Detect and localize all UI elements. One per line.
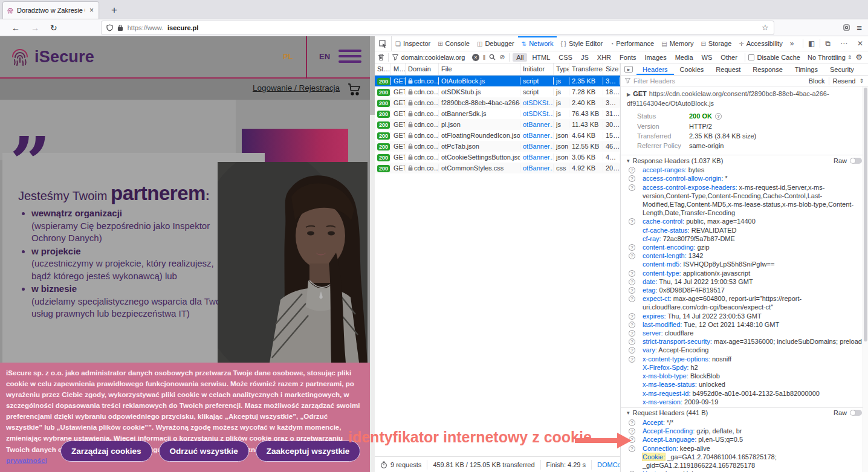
new-tab-button[interactable]: + — [105, 1, 123, 19]
type-filter-pill[interactable]: XHR — [594, 53, 615, 62]
page-scrollbar[interactable] — [370, 36, 375, 472]
network-request-row[interactable]: 200 GET cdn.co… otCommonStyles.css otBan… — [375, 163, 620, 173]
lang-en-button[interactable]: EN — [319, 52, 330, 61]
type-filter-pill[interactable]: JS — [577, 53, 592, 62]
type-filter-pill[interactable]: Images — [641, 53, 670, 62]
url-filter-input[interactable]: domain:cookielaw.org × — [392, 54, 479, 61]
network-settings-gear-icon[interactable]: ⚙ — [855, 53, 865, 62]
cart-icon[interactable] — [347, 82, 361, 96]
devtools-tab[interactable]: ⊟ Storage — [697, 36, 735, 51]
devtools-tab[interactable]: ⊞ Console — [434, 36, 473, 51]
login-register-link[interactable]: Logowanie / Rejestracja — [253, 83, 340, 92]
response-headers-section[interactable]: ▾ Response Headers (1.037 KB) Raw — [621, 155, 868, 166]
block-request-icon[interactable]: ⊘ — [499, 53, 505, 61]
info-icon[interactable]: ? — [629, 287, 635, 294]
search-icon[interactable] — [489, 54, 496, 60]
clear-filter-icon[interactable]: × — [472, 54, 479, 61]
request-headers-section[interactable]: ▾ Request Headers (441 B) Raw — [621, 407, 868, 418]
pick-element-icon[interactable] — [375, 36, 392, 51]
sidebar-toggle-icon[interactable]: ▸ — [624, 66, 633, 73]
details-tab[interactable]: Timings — [789, 63, 824, 75]
network-request-row[interactable]: 200 GET cdn.co… pl.json otBanner… js 11.… — [375, 119, 620, 130]
type-filter-pill[interactable]: CSS — [555, 53, 576, 62]
info-icon[interactable]: ? — [629, 184, 635, 191]
devtools-menu-icon[interactable]: ⋯ — [835, 39, 852, 48]
disable-cache-checkbox[interactable] — [748, 54, 754, 60]
cookie-banner-button[interactable]: Zaakceptuj wszystkie — [256, 441, 360, 462]
expand-caret-icon[interactable]: ▶ — [627, 92, 630, 97]
clear-requests-icon[interactable] — [378, 53, 384, 61]
resend-button[interactable]: Resend — [833, 77, 856, 85]
disable-cache-control[interactable]: Disable Cache — [748, 54, 800, 61]
column-header-size[interactable]: Size — [603, 63, 620, 75]
block-button[interactable]: Block — [809, 77, 825, 85]
site-logo[interactable]: iSecure — [10, 45, 94, 69]
details-tab[interactable]: Cookies — [674, 63, 710, 75]
reload-icon[interactable]: ↻ — [45, 23, 63, 33]
info-icon[interactable]: ? — [629, 218, 635, 225]
responsive-mode-icon[interactable]: ⧉ — [820, 39, 835, 48]
column-header-transferred[interactable]: Transferred — [569, 63, 603, 75]
devtools-close-icon[interactable]: ✕ — [852, 39, 868, 48]
network-request-row[interactable]: 200 GET cdn.co… f2890bc8-88eb-4bac-a266-… — [375, 97, 620, 108]
request-url-line[interactable]: ▶GEThttps://cdn.cookielaw.org/consent/f2… — [621, 88, 868, 109]
info-icon[interactable]: ? — [629, 279, 635, 285]
lock-icon[interactable] — [117, 24, 123, 31]
info-icon[interactable]: ? — [629, 419, 635, 426]
info-icon[interactable]: ? — [629, 313, 635, 320]
devtools-tab[interactable]: ▤ Memory — [658, 36, 697, 51]
type-filter-pill[interactable]: All — [513, 53, 527, 62]
raw-toggle[interactable] — [850, 158, 862, 164]
type-filter-pill[interactable]: Media — [672, 53, 697, 62]
info-icon[interactable]: ? — [629, 253, 635, 259]
details-tab[interactable]: Request — [710, 63, 747, 75]
url-bar[interactable]: https://www.isecure.pl ☆ — [102, 21, 774, 34]
details-scrollbar-thumb[interactable] — [864, 88, 867, 341]
type-filter-pill[interactable]: Fonts — [616, 53, 640, 62]
info-icon[interactable]: ? — [629, 322, 635, 328]
app-menu-icon[interactable]: ≡ — [857, 22, 862, 33]
section-caret-icon[interactable]: ▾ — [627, 409, 630, 417]
devtools-tab[interactable]: ◔ Performance — [606, 36, 658, 51]
back-icon[interactable]: ← — [6, 23, 25, 33]
pause-recording-icon[interactable]: ‖ — [483, 54, 486, 61]
type-filter-pill[interactable]: WS — [698, 53, 716, 62]
page-scrollbar-thumb[interactable] — [370, 36, 375, 115]
devtools-tab[interactable]: ◫ Debugger — [473, 36, 518, 51]
cookie-banner-button[interactable]: Odrzuć wszystkie — [159, 441, 249, 462]
info-icon[interactable]: ? — [629, 296, 635, 302]
throttling-dropdown[interactable]: No Throttling ⇕ — [808, 54, 852, 61]
network-request-row[interactable]: 200 GET cdn.co… otBannerSdk.js otSDKSt… … — [375, 108, 620, 119]
info-icon[interactable]: ? — [629, 330, 635, 337]
info-icon[interactable]: ? — [629, 347, 635, 354]
extensions-icon[interactable] — [843, 24, 850, 31]
info-icon[interactable]: ? — [715, 113, 722, 120]
raw-toggle[interactable] — [850, 410, 862, 416]
type-filter-pill[interactable]: Other — [717, 53, 741, 62]
column-header-method[interactable]: M… — [391, 63, 406, 75]
column-header-type[interactable]: Type — [554, 63, 569, 75]
more-tabs-icon[interactable]: » — [786, 36, 798, 51]
column-header-file[interactable]: File — [439, 63, 520, 75]
column-header-domain[interactable]: Domain — [406, 63, 439, 75]
network-request-row[interactable]: 200 GET cdn.co… otCookieSettingsButton.j… — [375, 152, 620, 163]
site-menu-icon[interactable] — [338, 50, 361, 66]
bookmark-star-icon[interactable]: ☆ — [762, 23, 769, 32]
devtools-tab[interactable]: { } Style Editor — [557, 36, 606, 51]
info-icon[interactable]: ? — [629, 338, 635, 345]
details-tab[interactable]: Headers — [636, 63, 674, 75]
devtools-tab[interactable]: ✛ Accessibility — [735, 36, 786, 51]
info-icon[interactable]: ? — [629, 167, 635, 173]
network-request-row[interactable]: 200 GET cdn.co… otFloatingRoundedIcon.js… — [375, 130, 620, 141]
info-icon[interactable]: ? — [629, 356, 635, 363]
browser-tab[interactable]: Doradztwo w Zakresie Ochrony Dany × — [2, 1, 99, 19]
split-console-icon[interactable]: ◧ — [803, 39, 820, 48]
column-header-status[interactable]: St… — [375, 63, 391, 75]
info-icon[interactable]: ? — [629, 244, 635, 251]
shield-icon[interactable] — [106, 24, 113, 31]
network-request-row[interactable]: 200 GET cdn.co… otPcTab.json otBanner… j… — [375, 141, 620, 152]
column-header-initiator[interactable]: Initiator — [520, 63, 554, 75]
section-caret-icon[interactable]: ▾ — [627, 157, 630, 165]
tab-close-icon[interactable]: × — [88, 6, 95, 15]
info-icon[interactable]: ? — [629, 175, 635, 182]
